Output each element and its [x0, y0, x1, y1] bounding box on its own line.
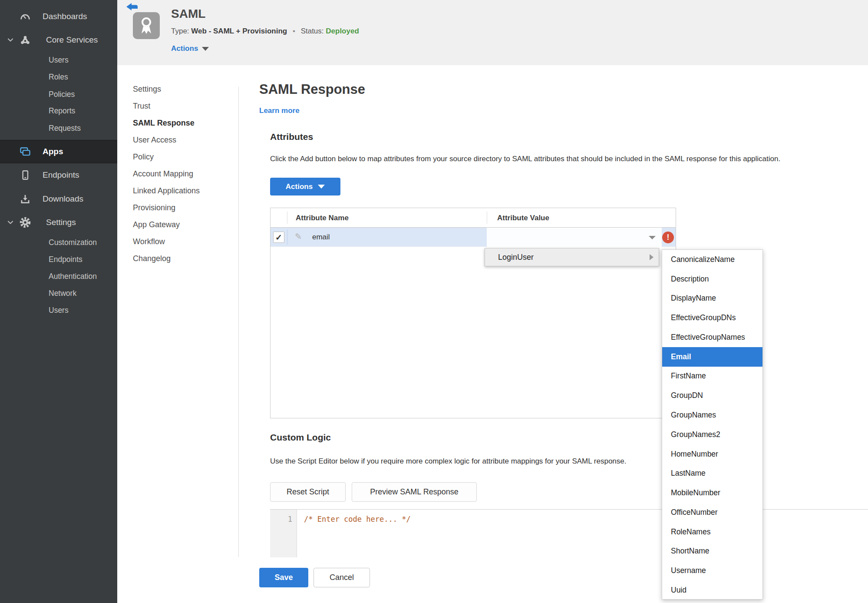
- menu-option[interactable]: OfficeNumber: [662, 503, 762, 522]
- menu-option[interactable]: MobileNumber: [662, 483, 762, 503]
- tab-workflow[interactable]: Workflow: [133, 233, 233, 250]
- menu-option[interactable]: FirstName: [662, 367, 762, 386]
- sidebar-item-authentication[interactable]: Authentication: [0, 268, 117, 285]
- type-value: Web - SAML + Provisioning: [191, 27, 287, 35]
- attributes-table: Attribute Name Attribute Value ✓ ✎ email…: [270, 208, 676, 418]
- tab-user-access[interactable]: User Access: [133, 132, 233, 149]
- caret-down-icon: [649, 236, 656, 239]
- menu-option[interactable]: HomeNumber: [662, 444, 762, 464]
- editor-gutter: 1: [270, 510, 297, 557]
- menu-option[interactable]: EffectiveGroupDNs: [662, 308, 762, 328]
- mobile-device-icon: [19, 169, 31, 181]
- sidebar-item-network[interactable]: Network: [0, 285, 117, 302]
- sidebar-item-endpoints[interactable]: Endpoints: [0, 166, 117, 184]
- error-icon: !: [662, 232, 674, 243]
- sidebar-item-apps[interactable]: Apps: [0, 140, 117, 163]
- value-menu-loginuser[interactable]: LoginUser: [485, 248, 659, 266]
- tab-account-mapping[interactable]: Account Mapping: [133, 166, 233, 182]
- column-attribute-name: Attribute Name: [296, 208, 349, 228]
- preview-saml-response-button[interactable]: Preview SAML Response: [352, 482, 477, 502]
- menu-option[interactable]: Description: [662, 269, 762, 289]
- attributes-description: Click the Add button below to map attrib…: [270, 155, 839, 163]
- edit-pencil-icon[interactable]: ✎: [295, 232, 302, 242]
- attributes-actions-button[interactable]: Actions: [270, 178, 340, 195]
- table-header: Attribute Name Attribute Value: [271, 208, 676, 228]
- sidebar-item-customization[interactable]: Customization: [0, 234, 117, 251]
- column-attribute-value: Attribute Value: [497, 208, 549, 228]
- custom-logic-heading: Custom Logic: [270, 432, 331, 443]
- save-button[interactable]: Save: [259, 568, 308, 587]
- menu-option[interactable]: Uuid: [662, 580, 762, 600]
- cancel-button[interactable]: Cancel: [314, 568, 370, 587]
- nav-content-divider: [238, 87, 239, 557]
- menu-option[interactable]: GroupDN: [662, 386, 762, 405]
- row-checkbox[interactable]: ✓: [273, 232, 284, 243]
- menu-option[interactable]: DisplayName: [662, 289, 762, 308]
- header-actions-menu[interactable]: Actions: [171, 44, 209, 53]
- sidebar: Dashboards Core Services Users Roles Pol…: [0, 0, 117, 603]
- value-submenu: CanonicalizeName Description DisplayName…: [662, 249, 763, 600]
- download-icon: [19, 193, 31, 205]
- page-title: SAML Response: [259, 82, 365, 97]
- app-meta: Type: Web - SAML + Provisioning • Status…: [171, 27, 359, 36]
- gauge-icon: [19, 10, 31, 23]
- script-editor[interactable]: 1 /* Enter code here... */: [270, 509, 868, 557]
- menu-option[interactable]: CanonicalizeName: [662, 250, 762, 269]
- tab-trust[interactable]: Trust: [133, 98, 233, 115]
- gear-icon: [19, 216, 31, 229]
- chevron-down-icon[interactable]: [6, 218, 15, 227]
- attributes-heading: Attributes: [270, 132, 313, 142]
- app-subnav: Settings Trust SAML Response User Access…: [133, 81, 233, 267]
- tab-linked-applications[interactable]: Linked Applications: [133, 182, 233, 199]
- app-header: SAML Type: Web - SAML + Provisioning • S…: [117, 0, 868, 65]
- apps-icon: [19, 146, 31, 158]
- reset-script-button[interactable]: Reset Script: [270, 482, 346, 502]
- line-number: 1: [288, 515, 292, 523]
- sidebar-item-users-settings[interactable]: Users: [0, 302, 117, 319]
- sidebar-item-settings[interactable]: Settings: [0, 214, 117, 231]
- menu-option-selected[interactable]: Email: [662, 347, 762, 367]
- type-label: Type:: [171, 27, 189, 35]
- custom-logic-description: Use the Script Editor below if you requi…: [270, 457, 704, 466]
- attribute-name-cell: email: [312, 228, 330, 247]
- menu-option[interactable]: GroupNames2: [662, 425, 762, 444]
- menu-option[interactable]: ShortName: [662, 541, 762, 561]
- sidebar-item-policies[interactable]: Policies: [0, 86, 117, 103]
- tab-app-gateway[interactable]: App Gateway: [133, 216, 233, 233]
- caret-down-icon: [318, 185, 325, 189]
- menu-option[interactable]: Username: [662, 561, 762, 580]
- sidebar-item-dashboards[interactable]: Dashboards: [0, 8, 117, 25]
- menu-option[interactable]: LastName: [662, 464, 762, 483]
- editor-code[interactable]: /* Enter code here... */: [304, 515, 411, 523]
- sidebar-item-roles[interactable]: Roles: [0, 68, 117, 86]
- caret-right-icon: [650, 254, 653, 260]
- table-row-email[interactable]: ✓ ✎ email !: [271, 228, 676, 247]
- sidebar-item-users[interactable]: Users: [0, 51, 117, 69]
- check-icon: ✓: [275, 232, 282, 242]
- dot-separator: •: [293, 27, 295, 35]
- caret-down-icon: [202, 47, 209, 51]
- attribute-value-select[interactable]: [487, 228, 662, 247]
- app-icon: [133, 12, 160, 39]
- sidebar-item-requests[interactable]: Requests: [0, 119, 117, 137]
- status-badge: Deployed: [326, 27, 359, 35]
- tab-changelog[interactable]: Changelog: [133, 250, 233, 267]
- tab-policy[interactable]: Policy: [133, 149, 233, 166]
- sidebar-item-downloads[interactable]: Downloads: [0, 190, 117, 208]
- sidebar-item-core-services[interactable]: Core Services: [0, 31, 117, 49]
- menu-option[interactable]: EffectiveGroupNames: [662, 328, 762, 347]
- core-services-icon: [19, 34, 31, 46]
- app-title: SAML: [171, 7, 205, 21]
- chevron-down-icon[interactable]: [6, 35, 15, 45]
- back-arrow-icon[interactable]: [126, 3, 139, 13]
- menu-option[interactable]: GroupNames: [662, 405, 762, 425]
- tab-saml-response[interactable]: SAML Response: [133, 115, 233, 132]
- learn-more-link[interactable]: Learn more: [259, 106, 300, 115]
- status-label: Status:: [301, 27, 324, 35]
- tab-provisioning[interactable]: Provisioning: [133, 199, 233, 216]
- sidebar-item-endpoints-settings[interactable]: Endpoints: [0, 251, 117, 268]
- sidebar-item-reports[interactable]: Reports: [0, 102, 117, 119]
- menu-option[interactable]: RoleNames: [662, 522, 762, 542]
- tab-settings[interactable]: Settings: [133, 81, 233, 98]
